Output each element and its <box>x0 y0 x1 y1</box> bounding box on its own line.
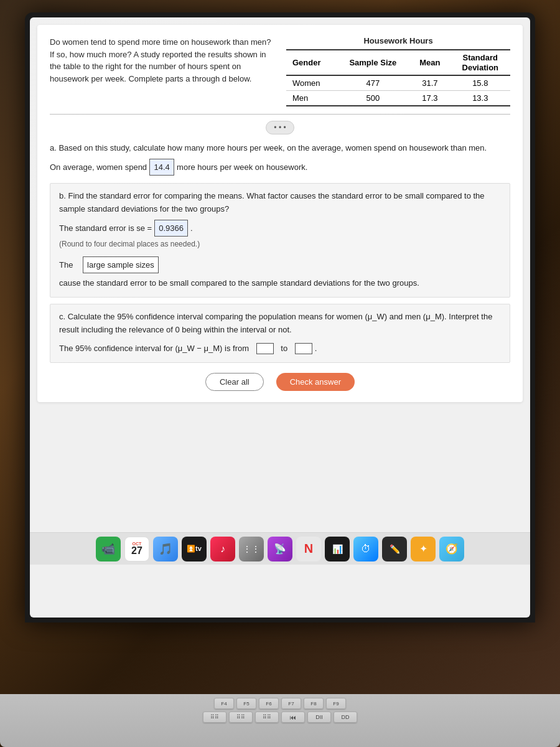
calendar-day: 27 <box>131 546 142 556</box>
f4-label: F4 <box>221 701 226 707</box>
key-skip-forward[interactable]: DII <box>307 712 331 723</box>
cell-mean-men: 17.3 <box>409 91 450 106</box>
laptop-screen: Do women tend to spend more time on hous… <box>25 12 535 622</box>
dock-music[interactable]: ♪ <box>210 537 235 561</box>
media-row: ⠿⠿ ⠿⠿ ⠿⠿ ⏮ DII DD <box>0 712 560 723</box>
part-a-text: a. Based on this study, calculate how ma… <box>50 143 487 153</box>
key-f6[interactable]: F6 <box>259 698 279 709</box>
table-header-row: Gender Sample Size Mean StandardDeviatio… <box>286 50 510 75</box>
quicktime-icon: ⏱ <box>361 543 371 555</box>
part-c-ci-from-input[interactable] <box>256 343 274 354</box>
part-a-value[interactable]: 14.4 <box>149 159 174 176</box>
main-card: Do women tend to spend more time on hous… <box>37 25 523 402</box>
podcast-icon: 📡 <box>274 543 286 555</box>
col-header-gender: Gender <box>286 50 336 75</box>
key-f9[interactable]: F9 <box>326 698 346 709</box>
cell-gender-men: Men <box>286 91 336 106</box>
key-dots[interactable]: ⠿⠿ <box>229 712 253 723</box>
appletv-icon: ⏫tv <box>187 545 202 553</box>
key-dots2[interactable]: ⠿⠿ <box>255 712 279 723</box>
stocks-icon: 📊 <box>332 544 343 554</box>
separator-1 <box>50 114 510 115</box>
clear-all-button[interactable]: Clear all <box>205 373 264 391</box>
part-a-label: a. Based on this study, calculate how ma… <box>50 142 510 155</box>
dock-facetime[interactable]: 📹 <box>96 537 121 561</box>
dock-podcast[interactable]: 📡 <box>268 537 292 561</box>
part-a-answer: On average, women spend 14.4 more hours … <box>50 159 510 176</box>
safari-icon: 🧭 <box>446 543 458 555</box>
key-f4[interactable]: F4 <box>214 698 234 709</box>
key-grid[interactable]: ⠿⠿ <box>203 712 226 723</box>
key-fast-forward[interactable]: DD <box>334 712 357 723</box>
question-text: Do women tend to spend more time on hous… <box>50 36 274 106</box>
question-intro: Do women tend to spend more time on hous… <box>50 37 271 83</box>
part-a-prefix: On average, women spend <box>50 160 147 174</box>
f5-label: F5 <box>243 701 249 707</box>
part-a-suffix: more hours per week on housework. <box>177 160 307 174</box>
part-a-section: a. Based on this study, calculate how ma… <box>50 142 510 176</box>
top-section: Do women tend to spend more time on hous… <box>50 36 510 106</box>
cell-sample-women: 477 <box>336 75 409 91</box>
dock-safari[interactable]: 🧭 <box>439 537 464 561</box>
part-c-label: c. Calculate the 95% confidence interval… <box>59 311 501 337</box>
table-row-men: Men 500 17.3 13.3 <box>286 91 510 106</box>
part-b-se-prefix: The standard error is se = <box>59 221 152 235</box>
part-b-cause-answer: The large sample sizes cause the standar… <box>59 256 501 291</box>
check-answer-button[interactable]: Check answer <box>276 373 355 391</box>
f9-label: F9 <box>333 701 338 707</box>
dock-prefs[interactable]: ⋮⋮ <box>239 537 264 561</box>
table-row-women: Women 477 31.7 15.8 <box>286 75 510 91</box>
f7-label: F7 <box>288 701 294 707</box>
news-icon: N <box>304 542 313 556</box>
part-b-cause-prefix: The <box>59 258 73 272</box>
f6-label: F6 <box>266 701 271 707</box>
key-f8[interactable]: F8 <box>304 698 324 709</box>
cell-std-men: 13.3 <box>450 91 510 106</box>
part-b-section: b. Find the standard error for comparing… <box>50 183 510 297</box>
dock-quicktime[interactable]: ⏱ <box>353 537 378 561</box>
key-f7[interactable]: F7 <box>281 698 301 709</box>
script-icon: ✏️ <box>390 544 400 554</box>
part-c-section: c. Calculate the 95% confidence interval… <box>50 304 510 363</box>
part-b-label: b. Find the standard error for comparing… <box>59 190 501 216</box>
dock-script[interactable]: ✏️ <box>382 537 407 561</box>
col-header-std: StandardDeviation <box>450 50 510 75</box>
dock-sketch[interactable]: ✦ <box>411 537 436 561</box>
data-table: Gender Sample Size Mean StandardDeviatio… <box>286 49 510 106</box>
part-c-ci-to-input[interactable] <box>295 343 312 354</box>
dock-news[interactable]: N <box>296 537 321 561</box>
round-note-text: (Round to four decimal places as needed.… <box>59 238 200 251</box>
fn-row: F4 F5 F6 F7 F8 F9 <box>0 698 560 709</box>
key-rewind[interactable]: ⏮ <box>281 712 305 723</box>
f8-label: F8 <box>310 701 316 707</box>
cell-gender-women: Women <box>286 75 336 91</box>
cell-mean-women: 31.7 <box>409 75 450 91</box>
part-c-ci-prefix: The 95% confidence interval for (μ_W − μ… <box>59 341 249 355</box>
key-f5[interactable]: F5 <box>236 698 256 709</box>
dock-bar: 📹 OCT 27 🎵 ⏫tv ♪ ⋮⋮ <box>30 532 530 565</box>
part-b-round-note: (Round to four decimal places as needed.… <box>59 238 501 251</box>
dock-finder[interactable]: 🎵 <box>153 537 178 561</box>
part-c-ci-to: to <box>281 341 287 355</box>
part-c-answer: The 95% confidence interval for (μ_W − μ… <box>59 341 501 355</box>
dock-appletv[interactable]: ⏫tv <box>182 537 207 561</box>
part-b-cause-suffix: cause the standard error to be small com… <box>59 276 419 290</box>
col-header-mean: Mean <box>409 50 450 75</box>
sketch-icon: ✦ <box>419 543 427 555</box>
more-button[interactable]: • • • <box>266 121 294 134</box>
finder-icon: 🎵 <box>159 542 172 556</box>
part-b-se-value[interactable]: 0.9366 <box>154 220 188 237</box>
screen-content: Do women tend to spend more time on hous… <box>30 17 530 618</box>
table-section: Housework Hours Gender Sample Size Mean … <box>286 36 510 106</box>
part-c-ci-suffix: . <box>315 341 317 355</box>
dock-stocks[interactable]: 📊 <box>325 537 350 561</box>
part-b-se-answer: The standard error is se = 0.9366 . <box>59 220 501 237</box>
dock-calendar[interactable]: OCT 27 <box>124 537 149 561</box>
keyboard-area: F4 F5 F6 F7 F8 F9 ⠿⠿ ⠿⠿ ⠿⠿ ⏮ DII DD <box>0 694 560 747</box>
col-header-sample: Sample Size <box>336 50 409 75</box>
part-b-cause-dropdown[interactable]: large sample sizes <box>83 256 159 273</box>
part-c-text: c. Calculate the 95% confidence interval… <box>59 312 492 334</box>
more-btn-container: • • • <box>50 121 510 134</box>
music-icon: ♪ <box>220 543 225 555</box>
facetime-icon: 📹 <box>101 542 115 556</box>
